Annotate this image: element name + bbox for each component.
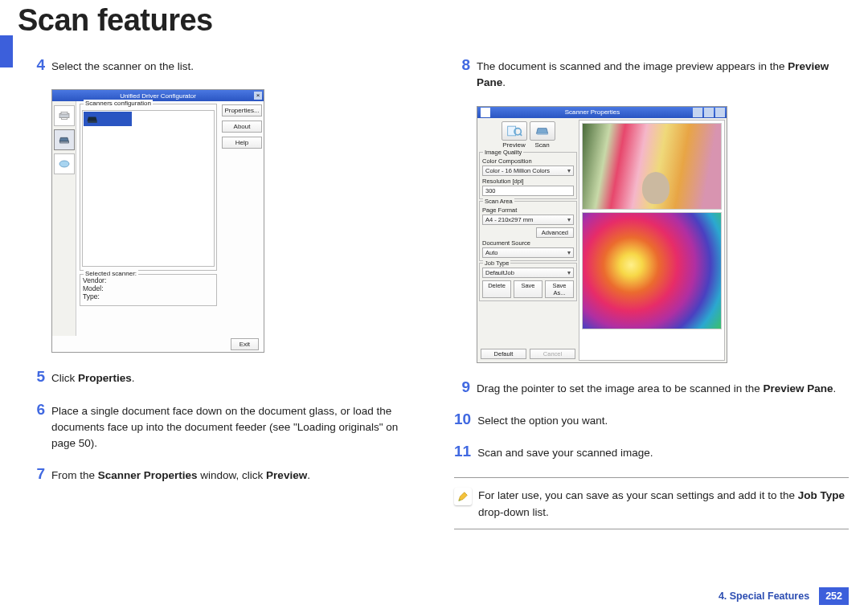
printer-tab-icon[interactable]	[54, 105, 75, 126]
preview-button[interactable]: Preview	[502, 121, 527, 149]
window-titlebar: Scanner Properties	[477, 107, 727, 118]
saveas-button[interactable]: Save As...	[545, 280, 574, 298]
list-item[interactable]	[84, 112, 132, 126]
advanced-button[interactable]: Advanced	[536, 227, 574, 238]
job-type-select[interactable]: DefaultJob▾	[482, 268, 574, 278]
step-text: The document is scanned and the image pr…	[477, 57, 849, 92]
model-label: Model:	[83, 284, 214, 292]
preview-image-bottom	[582, 212, 722, 329]
step-number: 11	[454, 443, 471, 461]
selected-label: Selected scanner:	[84, 270, 138, 277]
window-title: Unified Driver Configurator	[62, 92, 254, 100]
color-composition-select[interactable]: Color - 16 Million Colors▾	[482, 166, 574, 176]
job-type-group: Job Type DefaultJob▾ Delete Save Save As…	[479, 263, 577, 301]
note-icon	[454, 488, 472, 505]
preview-image-top	[582, 123, 722, 210]
type-label: Type:	[83, 292, 214, 300]
page-format-select[interactable]: A4 - 210x297 mm▾	[482, 215, 574, 225]
step-6: 6 Place a single document face down on t…	[29, 402, 424, 452]
resolution-label: Resolution [dpi]	[482, 178, 574, 185]
chevron-down-icon: ▾	[567, 216, 571, 223]
step-text: Click Properties.	[51, 369, 424, 386]
port-tab-icon[interactable]	[54, 153, 75, 174]
step-text: Select the option you want.	[477, 411, 849, 429]
vendor-label: Vendor:	[83, 276, 214, 284]
close-icon[interactable]	[715, 108, 725, 117]
step-10: 10 Select the option you want.	[454, 411, 849, 429]
note-block: For later use, you can save as your scan…	[454, 477, 849, 529]
page-footer: 4. Special Features 252	[719, 587, 849, 605]
svg-point-4	[59, 161, 69, 167]
side-buttons: Properties... About Help	[220, 101, 264, 336]
step-text: Drag the pointer to set the image area t…	[477, 379, 849, 397]
default-button[interactable]: Default	[481, 349, 526, 359]
scan-icon	[530, 121, 555, 141]
content-columns: 4 Select the scanner on the list. Unifie…	[0, 46, 868, 529]
side-tab-accent	[0, 35, 13, 67]
svg-rect-9	[537, 133, 547, 135]
group-label: Job Type	[483, 260, 510, 267]
group-label: Image Quality	[483, 149, 523, 156]
step-11: 11 Scan and save your scanned image.	[454, 443, 849, 461]
group-label: Scan Area	[483, 198, 514, 205]
cancel-button[interactable]: Cancel	[530, 349, 575, 359]
svg-rect-5	[88, 121, 97, 122]
step-number: 10	[454, 411, 471, 429]
page-number: 252	[819, 587, 849, 605]
help-button[interactable]: Help	[222, 137, 262, 149]
window-title: Scanner Properties	[493, 108, 691, 116]
svg-rect-1	[61, 112, 68, 115]
step-number: 7	[29, 466, 45, 484]
right-column: 8 The document is scanned and the image …	[454, 57, 849, 529]
preview-icon	[502, 121, 527, 141]
chevron-down-icon: ▾	[567, 269, 571, 276]
scan-button[interactable]: Scan	[530, 121, 555, 149]
document-source-label: Document Source	[482, 239, 574, 247]
step-8: 8 The document is scanned and the image …	[454, 57, 849, 92]
image-quality-group: Image Quality Color Composition Color - …	[479, 152, 577, 199]
step-5: 5 Click Properties.	[29, 369, 424, 386]
chevron-down-icon: ▾	[567, 249, 571, 256]
chevron-down-icon: ▾	[567, 167, 571, 174]
step-9: 9 Drag the pointer to set the image area…	[454, 379, 849, 397]
document-source-select[interactable]: Auto▾	[482, 247, 574, 258]
maximize-icon[interactable]	[704, 108, 714, 117]
step-text: Select the scanner on the list.	[51, 57, 424, 75]
step-4: 4 Select the scanner on the list.	[29, 57, 424, 75]
step-number: 4	[29, 57, 45, 75]
scan-area-group: Scan Area Page Format A4 - 210x297 mm▾ A…	[479, 201, 577, 261]
delete-button[interactable]: Delete	[482, 280, 511, 298]
scanner-tab-icon[interactable]	[54, 129, 75, 150]
exit-button[interactable]: Exit	[231, 338, 259, 350]
scanner-list[interactable]	[82, 110, 215, 267]
properties-button[interactable]: Properties...	[222, 104, 262, 116]
chapter-label: 4. Special Features	[719, 591, 809, 602]
left-column: 4 Select the scanner on the list. Unifie…	[29, 57, 424, 529]
page-format-label: Page Format	[482, 206, 574, 214]
color-composition-label: Color Composition	[482, 157, 574, 165]
note-text: For later use, you can save as your scan…	[478, 486, 849, 521]
step-number: 5	[29, 369, 45, 386]
page-title: Scan features	[0, 0, 868, 46]
step-text: From the Scanner Properties window, clic…	[51, 466, 424, 484]
about-button[interactable]: About	[222, 121, 262, 133]
window-icon	[481, 108, 490, 117]
svg-rect-2	[61, 118, 67, 120]
selected-scanner-group: Selected scanner: Vendor: Model: Type:	[80, 274, 217, 306]
close-icon[interactable]: ×	[254, 92, 262, 100]
step-text: Scan and save your scanned image.	[477, 443, 849, 461]
screenshot-driver-configurator: Unified Driver Configurator × Scanners c…	[51, 89, 264, 353]
step-number: 8	[454, 57, 470, 92]
step-text: Place a single document face down on the…	[51, 402, 424, 452]
preview-pane[interactable]	[579, 120, 725, 361]
svg-line-8	[519, 133, 522, 136]
resolution-input[interactable]: 300	[482, 186, 574, 196]
step-7: 7 From the Scanner Properties window, cl…	[29, 466, 424, 484]
svg-rect-3	[59, 141, 68, 143]
device-sidebar	[52, 101, 76, 336]
scanners-group: Scanners configuration	[80, 104, 217, 271]
minimize-icon[interactable]	[693, 108, 702, 117]
group-label: Scanners configuration	[84, 100, 153, 107]
save-button[interactable]: Save	[514, 280, 542, 298]
step-number: 9	[454, 379, 470, 397]
